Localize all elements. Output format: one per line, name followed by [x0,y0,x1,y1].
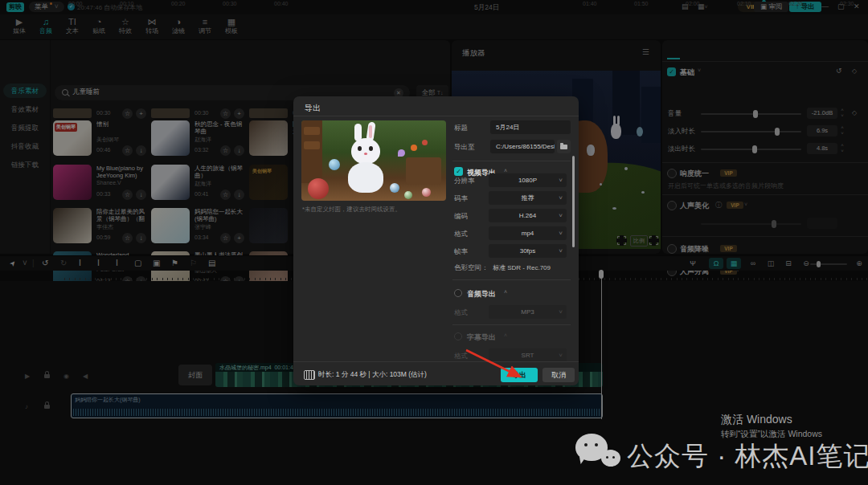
setting-label: 帧率 [454,247,468,257]
export-dialog-title: 导出 [305,103,321,114]
rabbit-nose [364,153,367,155]
butterfly [398,149,405,157]
export-setting-row: 编码 H.264˅ [293,209,579,223]
wechat-watermark-text: 公众号 · 林杰AI笔记 [627,438,868,475]
setting-label: 格式 [454,352,468,361]
setting-select: MP3˅ [489,305,567,319]
export-setting-row: 码率 推荐˅ [293,191,579,206]
setting-select: SRT˅ [489,348,567,362]
flower [422,140,428,145]
rabbit-ear [354,124,362,141]
path-field-label: 导出至 [454,143,475,153]
glass-marble [329,159,340,170]
export-cover-preview [301,120,446,201]
title-field-input[interactable]: 5月24日 [490,120,571,134]
title-field-label: 标题 [454,124,468,133]
browse-folder-button[interactable] [557,140,571,153]
export-dialog: 导出 *未自定义封面，建议去时间线设置。 标题 5月24日 [293,96,579,385]
export-setting-row: 分辨率 1080P˅ [293,173,579,188]
collapse-chevron-icon[interactable]: ˄ [504,289,507,295]
collapse-chevron-icon[interactable]: ˄ [504,168,507,173]
duration-icon [304,370,315,380]
export-summary: 时长: 1 分 44 秒 | 大小: 103M (估计) [318,370,427,380]
windows-activation-line1: 激活 Windows [721,413,792,427]
rabbit-eye [358,146,362,151]
path-field-input[interactable]: C:/Users/86155/Desktop... [490,140,555,153]
shelf-box [304,127,320,135]
audio-export-label: 音频导出 [467,289,496,300]
setting-select[interactable]: 30fps˅ [489,244,567,258]
color-space-value: 标准 SDR - Rec.709 [493,263,551,272]
subtitle-export-label: 字幕导出 [467,332,496,343]
dialog-scrollbar[interactable] [572,156,575,247]
export-confirm-button[interactable]: 导出 [501,368,538,382]
rabbit-eye [369,146,373,151]
wechat-icon-small-bubble [601,450,620,467]
setting-label: 码率 [454,194,468,204]
flower [411,145,417,151]
setting-label: 编码 [454,212,468,222]
export-setting-row: 帧率 30fps˅ [293,244,579,259]
rabbit-ear-inner [369,125,372,138]
setting-select[interactable]: 1080P˅ [489,173,567,187]
export-setting-row: 格式 mp4˅ [293,226,579,241]
audio-export-checkbox[interactable] [454,289,462,297]
folder-icon [560,145,567,149]
setting-select[interactable]: 推荐˅ [489,191,567,205]
cancel-button[interactable]: 取消 [542,368,575,382]
setting-select[interactable]: mp4˅ [489,226,567,240]
rabbit-head [351,138,380,164]
capcut-app-window: 剪映 菜单 ˅ ✓ 20:47:46 自动保存本地 5月24日 ▤ ▦˅ VIP… [0,0,868,485]
subtitle-export-section: 字幕导出 ˄ 格式 SRT˅ [293,331,579,363]
color-space-label: 色彩空间： [454,263,489,273]
setting-label: 格式 [454,230,468,239]
setting-label: 分辨率 [454,177,475,186]
setting-label: 格式 [454,308,468,318]
setting-select[interactable]: H.264˅ [489,209,567,222]
subtitle-export-checkbox [454,332,462,340]
shelf-box [304,141,320,149]
audio-format-row: 格式 MP3˅ [293,305,579,320]
